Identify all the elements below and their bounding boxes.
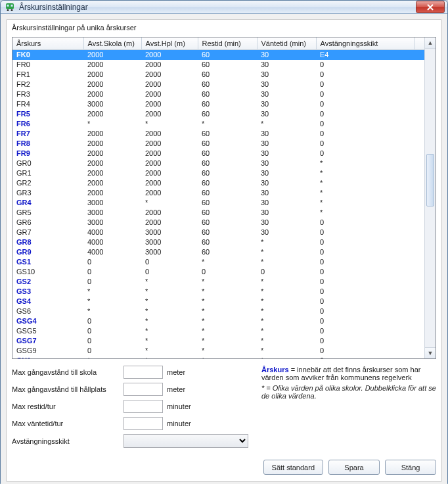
cell-grade: FR9 — [12, 149, 83, 158]
table-row[interactable]: FR72000200060300 — [12, 129, 424, 139]
set-default-button[interactable]: Sätt standard — [263, 460, 323, 475]
cell-value: 60 — [198, 247, 257, 257]
cell-value: * — [316, 208, 414, 218]
cell-value: * — [141, 306, 198, 316]
cell-value: 0 — [316, 257, 414, 267]
cell-value: 0 — [141, 257, 198, 267]
table-row[interactable]: FR52000200060300 — [12, 109, 424, 119]
table-row[interactable]: GS6****0 — [12, 306, 424, 316]
scroll-thumb[interactable] — [426, 154, 434, 206]
cell-value: * — [83, 356, 141, 358]
table-row[interactable]: FR6****0 — [12, 119, 424, 129]
scroll-track[interactable] — [425, 49, 436, 347]
window-close-button[interactable] — [416, 1, 445, 13]
table-row[interactable]: FR22000200060300 — [12, 80, 424, 89]
cell-value: 4000 — [83, 247, 141, 257]
max-walk-stop-input[interactable] — [123, 383, 163, 396]
cell-value: 30 — [257, 99, 316, 109]
save-button[interactable]: Spara — [328, 460, 380, 475]
cell-value: * — [83, 297, 141, 306]
table-row[interactable]: GR5300020006030* — [12, 208, 424, 218]
table-row[interactable]: GS100**0 — [12, 257, 424, 267]
column-header[interactable] — [414, 37, 424, 50]
cell-value: * — [141, 277, 198, 287]
table-row[interactable]: GR0200020006030* — [12, 158, 424, 168]
close-button[interactable]: Stäng — [385, 460, 436, 475]
table-row[interactable]: GR43000*6030* — [12, 198, 424, 208]
cell-value: 30 — [257, 168, 316, 178]
max-wait-input[interactable] — [123, 417, 163, 430]
cell-value: 3000 — [141, 237, 198, 247]
column-header[interactable]: Avst.Skola (m) — [83, 37, 141, 50]
scroll-down-arrow[interactable]: ▼ — [425, 347, 436, 358]
cell-value: 0 — [316, 99, 414, 109]
cell-value: 0 — [316, 228, 414, 237]
titlebar[interactable]: Årskursinställningar — [1, 1, 447, 14]
table-row[interactable]: GS3****0 — [12, 287, 424, 297]
cell-value: 2000 — [83, 50, 141, 60]
table-row[interactable]: FR82000200060300 — [12, 139, 424, 149]
max-travel-label: Max restid/tur — [12, 402, 123, 410]
cell-value: * — [316, 158, 414, 168]
cell-value: * — [198, 306, 257, 316]
table-row[interactable]: FR02000200060300 — [12, 60, 424, 70]
cell-value: * — [257, 306, 316, 316]
table-row[interactable]: GR94000300060*0 — [12, 247, 424, 257]
table-row[interactable]: GR3200020006030* — [12, 188, 424, 198]
table-row[interactable]: GR63000200060300 — [12, 218, 424, 228]
cell-value: 2000 — [141, 99, 198, 109]
column-header[interactable]: Avst.Hpl (m) — [141, 37, 198, 50]
table-row[interactable]: FR92000200060300 — [12, 149, 424, 158]
svg-rect-1 — [7, 5, 9, 7]
table-row[interactable]: GS20***0 — [12, 277, 424, 287]
lower-pane: Max gångavstånd till skola meter Max gån… — [12, 366, 436, 452]
table-row[interactable]: GR84000300060*0 — [12, 237, 424, 247]
table-row[interactable]: GS4****0 — [12, 297, 424, 306]
cell-value: 30 — [257, 89, 316, 99]
table-row[interactable]: FR12000200060300 — [12, 70, 424, 80]
table-row[interactable]: GSG40***0 — [12, 316, 424, 326]
table-row[interactable]: FR43000200060300 — [12, 99, 424, 109]
cell-value: 0 — [316, 129, 414, 139]
cell-value: 2000 — [83, 80, 141, 89]
cell-value: 0 — [316, 346, 414, 356]
cell-value: 2000 — [83, 168, 141, 178]
cell-value: * — [257, 119, 316, 129]
cell-value: 0 — [141, 267, 198, 277]
table-row[interactable]: GR1200020006030* — [12, 168, 424, 178]
groupbox: Årskursinställningar på unika årskurser … — [6, 19, 442, 482]
column-header[interactable]: Avstängningsskikt — [316, 37, 414, 50]
table-row[interactable]: FR32000200060300 — [12, 89, 424, 99]
scroll-up-arrow[interactable]: ▲ — [425, 37, 436, 49]
cell-grade: GR0 — [12, 158, 83, 168]
cell-value: * — [83, 119, 141, 129]
cell-value: 0 — [83, 257, 141, 267]
layer-select[interactable] — [123, 434, 248, 448]
table-row[interactable]: GSG50***0 — [12, 326, 424, 336]
cell-value: 2000 — [83, 158, 141, 168]
settings-window: Årskursinställningar Årskursinställninga… — [0, 0, 448, 484]
table-row[interactable]: GY1****0 — [12, 356, 424, 358]
table-row[interactable]: FK0200020006030E4 — [12, 50, 424, 60]
max-walk-school-input[interactable] — [123, 366, 163, 379]
column-header[interactable]: Restid (min) — [198, 37, 257, 50]
cell-value: 0 — [83, 277, 141, 287]
info-line-1: Årskurs = innebär att det finns årskurse… — [261, 366, 436, 381]
table-row[interactable]: GR74000300060300 — [12, 228, 424, 237]
table-row[interactable]: GS1000000 — [12, 267, 424, 277]
vertical-scrollbar[interactable]: ▲ ▼ — [424, 37, 436, 358]
cell-value: * — [141, 346, 198, 356]
cell-grade: FR2 — [12, 80, 83, 89]
table-row[interactable]: GSG90***0 — [12, 346, 424, 356]
column-header[interactable]: Årskurs — [12, 37, 83, 50]
cell-value: 0 — [316, 356, 414, 358]
column-header[interactable]: Väntetid (min) — [257, 37, 316, 50]
cell-grade: GR3 — [12, 188, 83, 198]
cell-value: 3000 — [141, 228, 198, 237]
max-travel-input[interactable] — [123, 400, 163, 413]
svg-point-3 — [7, 9, 9, 11]
table-row[interactable]: GSG70***0 — [12, 336, 424, 346]
cell-value: 0 — [316, 297, 414, 306]
cell-grade: GSG4 — [12, 316, 83, 326]
table-row[interactable]: GR2200020006030* — [12, 178, 424, 188]
